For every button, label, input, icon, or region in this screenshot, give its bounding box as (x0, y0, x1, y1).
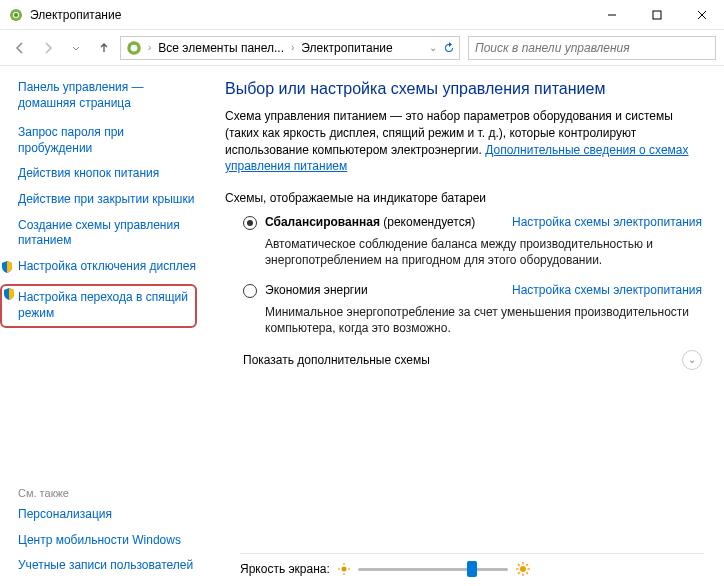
sidebar-create-plan[interactable]: Создание схемы управления питанием (18, 218, 197, 249)
titlebar: Электропитание (0, 0, 724, 30)
see-also-label: См. также (18, 487, 197, 499)
plan-balanced-settings-link[interactable]: Настройка схемы электропитания (512, 215, 702, 229)
breadcrumb-dropdown[interactable]: ⌄ (425, 42, 441, 53)
brightness-bar: Яркость экрана: (240, 553, 704, 578)
brightness-slider[interactable] (358, 560, 508, 578)
plan-powersaver-label[interactable]: Экономия энергии (265, 283, 368, 297)
sidebar-display-off[interactable]: Настройка отключения дисплея (2, 259, 197, 275)
svg-line-21 (526, 564, 528, 566)
svg-rect-4 (653, 11, 661, 19)
sidebar-lid-close[interactable]: Действие при закрытии крышки (18, 192, 197, 208)
sidebar-user-accounts[interactable]: Учетные записи пользователей (18, 558, 197, 574)
breadcrumb-power[interactable]: Электропитание (297, 41, 396, 55)
svg-point-8 (131, 44, 138, 51)
plan-powersaver-desc: Минимальное энергопотребление за счет ум… (225, 304, 702, 336)
plan-balanced-desc: Автоматическое соблюдение баланса между … (225, 236, 702, 268)
refresh-button[interactable] (441, 42, 457, 54)
up-button[interactable] (92, 36, 116, 60)
chevron-right-icon[interactable]: › (145, 42, 154, 53)
sidebar-sleep-settings[interactable]: Настройка перехода в спящий режим (0, 284, 197, 327)
sun-dim-icon (338, 563, 350, 575)
sidebar: Панель управления —домашняя страница Зап… (0, 66, 205, 586)
sidebar-power-buttons[interactable]: Действия кнопок питания (18, 166, 197, 182)
maximize-button[interactable] (634, 0, 679, 29)
svg-line-19 (518, 564, 520, 566)
search-box[interactable] (468, 36, 716, 60)
sidebar-require-password[interactable]: Запрос пароля при пробуждении (18, 125, 197, 156)
plan-balanced-label[interactable]: Сбалансированная (рекомендуется) (265, 215, 475, 229)
shield-icon (0, 260, 14, 274)
minimize-button[interactable] (589, 0, 634, 29)
section-title: Схемы, отображаемые на индикаторе батаре… (225, 191, 702, 205)
control-panel-home-link[interactable]: Панель управления —домашняя страница (18, 80, 197, 111)
svg-line-22 (518, 572, 520, 574)
page-heading: Выбор или настройка схемы управления пит… (225, 80, 702, 98)
recent-dropdown[interactable] (64, 36, 88, 60)
close-button[interactable] (679, 0, 724, 29)
power-icon (8, 7, 24, 23)
forward-button[interactable] (36, 36, 60, 60)
plan-powersaver-row: Экономия энергии Настройка схемы электро… (225, 283, 702, 298)
plan-powersaver-radio[interactable] (243, 284, 257, 298)
chevron-down-icon[interactable]: ⌄ (682, 350, 702, 370)
svg-point-14 (520, 566, 526, 572)
plan-balanced-row: Сбалансированная (рекомендуется) Настрой… (225, 215, 702, 230)
sidebar-mobility-center[interactable]: Центр мобильности Windows (18, 533, 197, 549)
chevron-right-icon[interactable]: › (288, 42, 297, 53)
brightness-label: Яркость экрана: (240, 562, 330, 576)
back-button[interactable] (8, 36, 32, 60)
show-more-plans[interactable]: Показать дополнительные схемы ⌄ (225, 350, 702, 370)
shield-icon (2, 287, 16, 301)
sun-bright-icon (516, 562, 530, 576)
plan-balanced-radio[interactable] (243, 216, 257, 230)
sidebar-personalization[interactable]: Персонализация (18, 507, 197, 523)
search-input[interactable] (475, 41, 709, 55)
window-title: Электропитание (30, 8, 589, 22)
breadcrumb[interactable]: › Все элементы панел... › Электропитание… (120, 36, 460, 60)
svg-line-20 (526, 572, 528, 574)
main-content: Выбор или настройка схемы управления пит… (205, 66, 724, 586)
plan-powersaver-settings-link[interactable]: Настройка схемы электропитания (512, 283, 702, 297)
breadcrumb-all-items[interactable]: Все элементы панел... (154, 41, 288, 55)
power-icon (125, 39, 143, 57)
navbar: › Все элементы панел... › Электропитание… (0, 30, 724, 66)
intro-text: Схема управления питанием — это набор па… (225, 108, 702, 175)
svg-point-9 (341, 567, 346, 572)
svg-point-2 (14, 13, 18, 17)
